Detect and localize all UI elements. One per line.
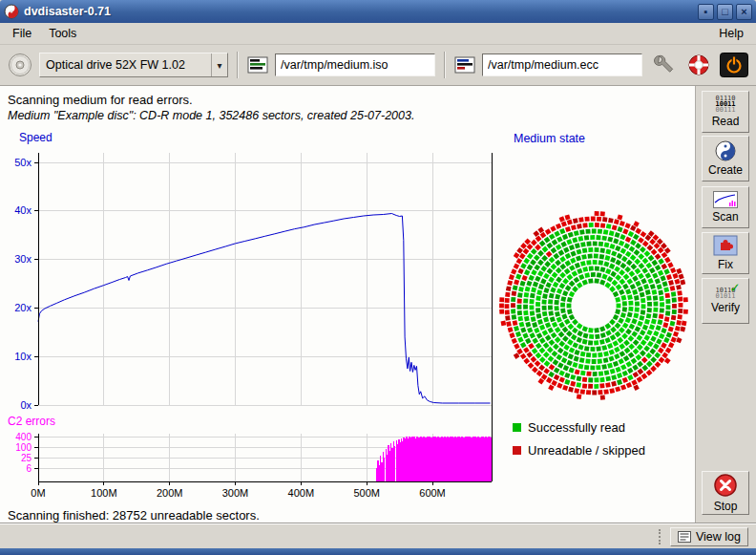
titlebar[interactable]: dvdisaster-0.71 ▪ □ ×: [0, 0, 756, 23]
svg-text:20x: 20x: [14, 302, 32, 313]
svg-text:500M: 500M: [353, 487, 380, 499]
svg-text:600M: 600M: [419, 487, 446, 499]
mini-chart-icon: [713, 191, 738, 208]
maximize-icon: □: [722, 7, 728, 17]
svg-text:30x: 30x: [14, 253, 32, 265]
ecc-file-icon: [454, 56, 475, 74]
create-label: Create: [708, 163, 743, 177]
menu-help[interactable]: Help: [710, 24, 752, 43]
stop-icon: [713, 473, 738, 498]
read-label: Read: [712, 115, 740, 128]
handle-grip[interactable]: [659, 529, 664, 544]
stop-label: Stop: [714, 500, 738, 513]
binary-check-icon: 10110 01011 ✓: [715, 288, 735, 299]
toolbar-separator: [237, 52, 239, 78]
svg-text:0x: 0x: [20, 399, 32, 411]
verify-button[interactable]: 10110 01011 ✓ Verify: [702, 278, 749, 324]
stop-button[interactable]: Stop: [702, 471, 749, 515]
svg-text:100M: 100M: [91, 487, 117, 499]
svg-text:C2 errors: C2 errors: [8, 415, 55, 428]
menubar: File Tools Help: [0, 23, 756, 45]
svg-text:0M: 0M: [31, 487, 45, 499]
drive-select-value: Optical drive 52X FW 1.02: [40, 58, 211, 72]
ecc-path-input[interactable]: [482, 53, 642, 76]
drive-icon: [8, 53, 32, 77]
scan-result-status: Scanning finished: 28752 unreadable sect…: [8, 508, 260, 523]
binary-read-icon: 01110 10011 00111: [715, 96, 735, 113]
help-button[interactable]: [684, 51, 713, 79]
maximize-button[interactable]: □: [717, 4, 733, 20]
svg-text:400M: 400M: [288, 487, 315, 499]
yin-yang-icon: [715, 140, 736, 161]
legend-unreadable-skipped: Unreadable / skipped: [513, 443, 645, 458]
svg-text:25: 25: [21, 453, 32, 463]
fix-label: Fix: [718, 258, 733, 271]
iso-file-icon: [247, 56, 268, 74]
green-swatch-icon: [513, 423, 521, 432]
view-log-button[interactable]: View log: [670, 527, 748, 546]
medium-state-legend: Successfully read Unreadable / skipped: [513, 420, 645, 458]
footer-bar: View log: [0, 523, 756, 548]
app-window: dvdisaster-0.71 ▪ □ × File Tools Help Op…: [0, 0, 756, 555]
minimize-button[interactable]: ▪: [698, 4, 714, 20]
action-sidebar: 01110 10011 00111 Read Create Scan Fix: [697, 86, 756, 523]
drive-select[interactable]: Optical drive 52X FW 1.02 ▾: [39, 53, 228, 77]
svg-text:Speed: Speed: [19, 131, 52, 144]
iso-path-input[interactable]: [275, 53, 435, 76]
svg-text:400: 400: [15, 432, 32, 442]
view-log-label: View log: [696, 530, 741, 544]
create-button[interactable]: Create: [702, 136, 749, 181]
menu-tools[interactable]: Tools: [40, 24, 85, 43]
check-icon: ✓: [730, 285, 739, 290]
quit-button[interactable]: [720, 51, 748, 79]
scan-button[interactable]: Scan: [702, 186, 749, 228]
puzzle-icon: [713, 235, 738, 256]
svg-text:10x: 10x: [14, 351, 32, 362]
close-icon: ×: [741, 7, 746, 17]
svg-text:6: 6: [26, 463, 32, 474]
fix-button[interactable]: Fix: [702, 232, 749, 274]
window-title: dvdisaster-0.71: [24, 5, 693, 18]
svg-text:50x: 50x: [14, 157, 32, 168]
log-icon: [678, 531, 691, 543]
read-button[interactable]: 01110 10011 00111 Read: [702, 91, 749, 133]
svg-text:100: 100: [15, 442, 32, 453]
menu-file[interactable]: File: [4, 24, 40, 43]
status-line-2: Medium "Example disc": CD-R mode 1, 3524…: [8, 108, 695, 124]
red-swatch-icon: [513, 446, 521, 455]
main-content: Scanning medium for read errors. Medium …: [0, 86, 696, 523]
wrench-icon: [652, 53, 675, 76]
window-bottom-border: [0, 548, 756, 555]
legend-label: Successfully read: [528, 420, 625, 435]
toolbar-separator: [444, 52, 446, 78]
lifesaver-icon: [687, 53, 710, 76]
medium-state-title: Medium state: [514, 132, 585, 145]
verify-label: Verify: [711, 301, 740, 314]
legend-successfully-read: Successfully read: [513, 420, 645, 435]
preferences-button[interactable]: [649, 51, 678, 79]
power-icon: [720, 53, 748, 77]
app-icon: [4, 4, 19, 19]
scan-label: Scan: [712, 210, 738, 224]
toolbar: Optical drive 52X FW 1.02 ▾: [0, 45, 756, 86]
close-button[interactable]: ×: [736, 4, 752, 20]
medium-state-disc: [496, 208, 691, 403]
svg-text:300M: 300M: [222, 487, 249, 499]
chevron-down-icon: ▾: [211, 53, 227, 76]
legend-label: Unreadable / skipped: [528, 443, 645, 458]
svg-text:40x: 40x: [14, 204, 32, 216]
minimize-icon: ▪: [704, 7, 708, 17]
speed-and-c2-charts: 0x10x20x30x40x50x4001002560M100M200M300M…: [6, 130, 502, 512]
status-line-1: Scanning medium for read errors.: [8, 92, 695, 108]
svg-text:200M: 200M: [157, 487, 183, 499]
